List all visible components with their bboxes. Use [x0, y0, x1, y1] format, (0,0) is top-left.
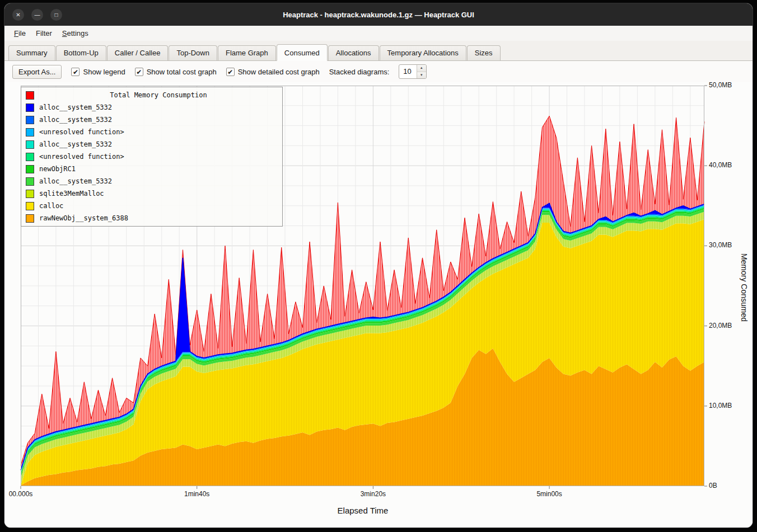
legend-swatch [26, 128, 34, 136]
toolbar-checkboxes: ✔Show legend✔Show total cost graph✔Show … [71, 68, 319, 76]
maximize-button[interactable]: □ [50, 9, 62, 21]
y-axis-title: Memory Consumed [740, 253, 749, 322]
legend-row: newObjRC1 [24, 163, 280, 175]
window-title: Heaptrack - heaptrack.wakunode.1.gz — He… [4, 11, 753, 19]
checkbox-box[interactable]: ✔ [71, 68, 80, 76]
legend-label: Total Memory Consumption [39, 91, 278, 99]
tab-bottom-up[interactable]: Bottom-Up [56, 45, 106, 60]
legend-label: calloc [39, 202, 63, 210]
legend-title-row: Total Memory Consumption [24, 89, 280, 101]
tab-consumed[interactable]: Consumed [277, 44, 328, 61]
tab-sizes[interactable]: Sizes [467, 45, 501, 60]
checkbox-box[interactable]: ✔ [135, 68, 143, 76]
export-as-button[interactable]: Export As... [12, 65, 62, 79]
legend: Total Memory Consumptionalloc__system_53… [21, 87, 283, 227]
legend-row: calloc [24, 200, 280, 212]
y-axis-tick-label: 50,0MB [709, 81, 732, 89]
stacked-diagrams-spinbox[interactable]: 10 ▲▼ [399, 64, 426, 79]
legend-swatch [26, 116, 34, 124]
y-axis-tick-label: 30,0MB [709, 241, 732, 249]
tab-top-down[interactable]: Top-Down [169, 45, 217, 60]
legend-row: <unresolved function> [24, 126, 280, 138]
spin-up-icon[interactable]: ▲ [417, 65, 426, 72]
legend-swatch [26, 202, 34, 210]
legend-swatch [26, 165, 34, 173]
legend-label: alloc__system_5332 [39, 140, 112, 148]
legend-swatch [26, 103, 34, 112]
x-axis-tick-label: 1min40s [184, 490, 209, 498]
spin-down-icon[interactable]: ▼ [417, 72, 426, 79]
checkbox-box[interactable]: ✔ [226, 68, 235, 76]
legend-label: alloc__system_5332 [39, 116, 112, 124]
chart-area: Total Memory Consumptionalloc__system_53… [4, 82, 753, 528]
checkbox-label: Show legend [83, 68, 125, 76]
legend-row: alloc__system_5332 [24, 114, 280, 126]
legend-label: sqlite3MemMalloc [39, 190, 104, 197]
legend-row: rawNewObj__system_6388 [24, 212, 280, 224]
menu-settings[interactable]: Settings [57, 27, 94, 40]
minimize-button[interactable]: — [31, 9, 43, 21]
tab-caller-callee[interactable]: Caller / Callee [107, 45, 169, 60]
legend-row: alloc__system_5332 [24, 101, 280, 114]
legend-label: alloc__system_5332 [39, 177, 112, 185]
legend-swatch [26, 91, 34, 100]
tab-allocations[interactable]: Allocations [328, 45, 379, 60]
x-axis-title: Elapsed Time [338, 506, 389, 515]
y-axis-tick-label: 40,0MB [709, 161, 732, 169]
x-axis-tick-label: 5min00s [536, 490, 562, 498]
legend-row: alloc__system_5332 [24, 175, 280, 187]
legend-label: <unresolved function> [39, 128, 124, 136]
close-button[interactable]: ✕ [12, 9, 24, 21]
legend-swatch [26, 214, 34, 223]
x-axis-tick-label: 00.000s [9, 490, 33, 498]
legend-label: rawNewObj__system_6388 [39, 214, 128, 222]
legend-swatch [26, 140, 34, 149]
tab-temporary-allocations[interactable]: Temporary Allocations [380, 45, 466, 60]
checkbox-show-total-cost-graph[interactable]: ✔Show total cost graph [135, 68, 217, 76]
spin-buttons: ▲▼ [417, 65, 426, 78]
menu-file[interactable]: File [9, 27, 31, 40]
tab-flame-graph[interactable]: Flame Graph [218, 45, 276, 60]
checkbox-show-legend[interactable]: ✔Show legend [71, 68, 125, 76]
legend-label: <unresolved function> [39, 153, 124, 161]
titlebar[interactable]: ✕—□ Heaptrack - heaptrack.wakunode.1.gz … [4, 3, 753, 26]
menu-filter[interactable]: Filter [31, 27, 57, 40]
legend-swatch [26, 153, 34, 161]
legend-swatch [26, 177, 34, 186]
stacked-diagrams-label: Stacked diagrams: [329, 68, 390, 76]
checkbox-label: Show detailed cost graph [238, 68, 320, 76]
y-axis-tick-label: 20,0MB [709, 322, 732, 329]
x-axis-tick-label: 3min20s [361, 490, 386, 498]
menubar: FileFilterSettings [4, 26, 753, 41]
y-axis-tick-label: 10,0MB [709, 402, 732, 409]
tabbar: SummaryBottom-UpCaller / CalleeTop-DownF… [4, 41, 753, 61]
legend-row: sqlite3MemMalloc [24, 187, 280, 200]
legend-swatch [26, 190, 34, 198]
legend-label: alloc__system_5332 [39, 103, 112, 111]
legend-row: alloc__system_5332 [24, 138, 280, 150]
tab-summary[interactable]: Summary [8, 45, 55, 60]
app-window: ✕—□ Heaptrack - heaptrack.wakunode.1.gz … [4, 3, 753, 528]
window-controls: ✕—□ [12, 9, 62, 21]
legend-row: <unresolved function> [24, 150, 280, 163]
checkbox-show-detailed-cost-graph[interactable]: ✔Show detailed cost graph [226, 68, 320, 76]
legend-label: newObjRC1 [39, 165, 76, 173]
stacked-diagrams-value: 10 [399, 65, 416, 78]
toolbar: Export As... ✔Show legend✔Show total cos… [4, 61, 753, 82]
checkbox-label: Show total cost graph [147, 68, 217, 76]
y-axis-tick-label: 0B [709, 482, 717, 489]
